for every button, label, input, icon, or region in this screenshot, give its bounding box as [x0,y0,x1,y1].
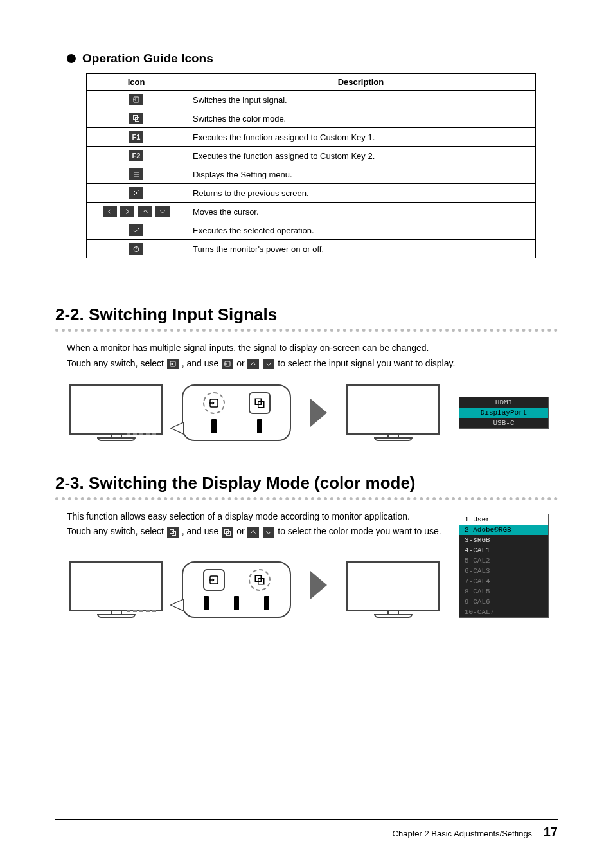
color-mode-icon [167,527,179,538]
table-row: Returns to the previous screen. [87,184,536,203]
input-icon [167,359,179,369]
osd-item: 9-CAL6 [459,597,548,607]
color-mode-icon [249,569,271,591]
desc-cell: Executes the function assigned to Custom… [186,147,536,165]
osd-item: 1-User [459,514,548,525]
color-mode-icon [129,113,143,124]
right-icon [120,206,134,217]
arrow-right-icon [310,399,327,427]
speech-bubble [182,561,291,618]
divider [55,497,558,500]
subheading-operation-guide-icons: Operation Guide Icons [67,51,558,66]
section-2-3-title: 2-3. Switching the Display Mode (color m… [55,473,558,493]
divider [55,329,558,332]
f1-icon: F1 [129,131,143,143]
osd-item: 5-CAL2 [459,556,548,566]
sec22-p2: Touch any switch, select , and use or to… [67,356,558,372]
desc-cell: Executes the function assigned to Custom… [186,128,536,147]
table-row: Switches the color mode. [87,109,536,128]
page-footer: Chapter 2 Basic Adjustments/Settings 17 [55,819,558,840]
down-icon [155,206,170,217]
monitor-icon [346,561,440,618]
desc-cell: Displays the Setting menu. [186,165,536,184]
placeholder-icon [257,419,262,433]
menu-icon [129,168,143,180]
sec22-p1: When a monitor has multiple signal input… [67,341,558,356]
check-icon [129,224,143,236]
osd-item: USB-C [459,418,548,428]
table-row: F2 Executes the function assigned to Cus… [87,147,536,165]
color-mode-icon [222,527,233,538]
input-icon [129,94,143,105]
speech-bubble [182,384,291,441]
osd-item-selected: 2-Adobe®RGB [459,525,548,535]
footer-page-number: 17 [544,825,558,839]
down-icon [263,359,274,369]
input-osd-menu: HDMI DisplayPort USB-C [459,397,549,429]
th-icon: Icon [87,74,186,91]
desc-cell: Switches the input signal. [186,91,536,109]
f2-icon: F2 [129,150,143,161]
osd-item-selected: DisplayPort [459,408,548,418]
monitor-icon [346,384,440,441]
color-mode-icon [249,392,271,414]
osd-item: 6-CAL3 [459,566,548,576]
table-row: Switches the input signal. [87,91,536,109]
osd-item: HDMI [459,397,548,408]
desc-cell: Executes the selected operation. [186,221,536,240]
table-row: Displays the Setting menu. [87,165,536,184]
close-icon [129,187,143,199]
up-icon [247,527,259,538]
osd-item: 10-CAL7 [459,607,548,617]
input-icon [203,392,225,414]
figure-row-input: HDMI DisplayPort USB-C [69,384,558,441]
osd-item: 3-sRGB [459,535,548,545]
desc-cell: Turns the monitor's power on or off. [186,240,536,258]
placeholder-icon [234,596,239,610]
input-icon [222,359,233,369]
up-icon [138,206,152,217]
bullet-icon [67,54,76,63]
monitor-icon [69,384,163,441]
left-icon [103,206,117,217]
table-row: Moves the cursor. [87,203,536,221]
th-description: Description [186,74,536,91]
osd-item: 7-CAL4 [459,576,548,586]
table-row: Executes the selected operation. [87,221,536,240]
desc-cell: Returns to the previous screen. [186,184,536,203]
monitor-icon [69,561,163,618]
power-icon [129,243,143,255]
osd-item: 8-CAL5 [459,586,548,597]
figure-row-color: 1-User 2-Adobe®RGB 3-sRGB 4-CAL1 5-CAL2 … [69,552,558,618]
color-osd-menu: 1-User 2-Adobe®RGB 3-sRGB 4-CAL1 5-CAL2 … [459,514,549,618]
placeholder-icon [264,596,269,610]
placeholder-icon [211,419,217,433]
table-row: Turns the monitor's power on or off. [87,240,536,258]
down-icon [263,527,274,538]
osd-item: 4-CAL1 [459,545,548,556]
placeholder-icon [204,596,209,610]
desc-cell: Moves the cursor. [186,203,536,221]
sec22-body: When a monitor has multiple signal input… [67,341,558,372]
input-icon [203,569,225,591]
icon-table: Icon Description Switches the input sign… [86,73,536,258]
subheading-text: Operation Guide Icons [82,51,213,66]
desc-cell: Switches the color mode. [186,109,536,128]
footer-chapter: Chapter 2 Basic Adjustments/Settings [393,829,533,838]
up-icon [247,359,259,369]
arrow-right-icon [310,571,327,599]
section-2-2-title: 2-2. Switching Input Signals [55,305,558,325]
table-row: F1 Executes the function assigned to Cus… [87,128,536,147]
